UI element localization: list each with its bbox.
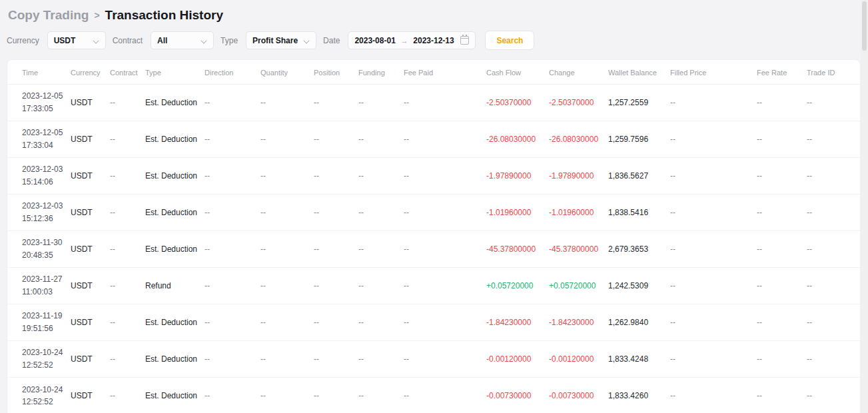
cell-quantity: -- — [260, 195, 314, 231]
cell-cash_flow: +0.05720000 — [486, 268, 549, 304]
contract-select[interactable]: All — [151, 31, 214, 49]
search-button[interactable]: Search — [485, 31, 534, 50]
cell-wallet_balance: 2,679.3653 — [608, 231, 670, 268]
cell-trade_id: -- — [807, 231, 860, 268]
cell-fee_paid: -- — [404, 304, 486, 341]
cell-currency: USDT — [71, 85, 110, 121]
cell-filled_price: -- — [670, 158, 757, 195]
table-header-row: TimeCurrencyContractTypeDirectionQuantit… — [7, 60, 860, 85]
cell-wallet_balance: 1,257.2559 — [608, 85, 670, 121]
cell-fee_rate: -- — [757, 158, 807, 195]
cell-funding: -- — [358, 85, 404, 121]
cell-contract: -- — [110, 341, 145, 378]
cell-quantity: -- — [260, 85, 314, 121]
cell-type: Est. Deduction — [145, 304, 205, 341]
cell-wallet_balance: 1,838.5416 — [608, 195, 670, 231]
column-header-contract: Contract — [110, 60, 145, 85]
cell-currency: USDT — [71, 268, 110, 304]
cell-cash_flow: -0.00730000 — [486, 378, 549, 413]
vertical-scrollbar[interactable] — [861, 0, 868, 413]
cell-change: -2.50370000 — [549, 85, 608, 121]
breadcrumb-parent-link[interactable]: Copy Trading — [8, 8, 89, 23]
cell-time: 2023-10-2412:52:52 — [7, 341, 71, 378]
cell-position: -- — [314, 378, 358, 413]
cell-change: -1.01960000 — [549, 195, 608, 231]
cell-filled_price: -- — [670, 85, 757, 121]
cell-filled_price: -- — [670, 304, 757, 341]
cell-change: +0.05720000 — [549, 268, 608, 304]
cell-cash_flow: -26.08030000 — [486, 121, 549, 158]
cell-direction: -- — [205, 268, 260, 304]
cell-currency: USDT — [71, 158, 110, 195]
cell-fee_rate: -- — [757, 378, 807, 413]
cell-fee_paid: -- — [404, 195, 486, 231]
cell-direction: -- — [205, 195, 260, 231]
calendar-icon[interactable] — [460, 36, 469, 45]
cell-change: -26.08030000 — [549, 121, 608, 158]
cell-wallet_balance: 1,259.7596 — [608, 121, 670, 158]
cell-type: Est. Deduction — [145, 121, 205, 158]
currency-select[interactable]: USDT — [47, 31, 106, 49]
contract-select-value: All — [157, 36, 167, 45]
chevron-down-icon — [201, 37, 207, 43]
cell-contract: -- — [110, 121, 145, 158]
cell-trade_id: -- — [807, 195, 860, 231]
table-row: 2023-11-1919:51:56USDT--Est. Deduction--… — [7, 304, 860, 341]
cell-type: Est. Deduction — [145, 195, 205, 231]
cell-quantity: -- — [260, 378, 314, 413]
cell-change: -0.00120000 — [549, 341, 608, 378]
cell-position: -- — [314, 121, 358, 158]
cell-fee_paid: -- — [404, 158, 486, 195]
cell-funding: -- — [358, 304, 404, 341]
column-header-cash_flow: Cash Flow — [486, 60, 549, 85]
cell-direction: -- — [205, 158, 260, 195]
date-filter-label: Date — [323, 36, 340, 45]
cell-funding: -- — [358, 378, 404, 413]
cell-fee_rate: -- — [757, 121, 807, 158]
scrollbar-thumb[interactable] — [862, 1, 867, 51]
cell-fee_rate: -- — [757, 304, 807, 341]
table-row: 2023-12-0315:14:06USDT--Est. Deduction--… — [7, 158, 860, 195]
cell-time: 2023-11-1919:51:56 — [7, 304, 71, 341]
date-start-value[interactable]: 2023-08-01 — [354, 36, 395, 45]
cell-wallet_balance: 1,833.4260 — [608, 378, 670, 413]
cell-funding: -- — [358, 341, 404, 378]
column-header-wallet_balance: Wallet Balance — [608, 60, 670, 85]
cell-time: 2023-12-0517:33:04 — [7, 121, 71, 158]
cell-cash_flow: -1.97890000 — [486, 158, 549, 195]
cell-type: Est. Deduction — [145, 85, 205, 121]
transaction-table-card: TimeCurrencyContractTypeDirectionQuantit… — [7, 59, 861, 413]
date-range-arrow-icon: → — [398, 37, 411, 45]
cell-position: -- — [314, 341, 358, 378]
type-filter-label: Type — [220, 36, 238, 45]
cell-fee_rate: -- — [757, 85, 807, 121]
cell-currency: USDT — [71, 231, 110, 268]
cell-fee_paid: -- — [404, 121, 486, 158]
cell-currency: USDT — [71, 378, 110, 413]
cell-wallet_balance: 1,836.5627 — [608, 158, 670, 195]
type-select[interactable]: Profit Share — [246, 31, 316, 49]
cell-funding: -- — [358, 268, 404, 304]
cell-direction: -- — [205, 378, 260, 413]
column-header-type: Type — [145, 60, 205, 85]
cell-filled_price: -- — [670, 231, 757, 268]
table-row: 2023-10-2412:52:52USDT--Est. Deduction--… — [7, 378, 860, 413]
contract-filter-label: Contract — [113, 36, 143, 45]
cell-funding: -- — [358, 195, 404, 231]
cell-currency: USDT — [71, 341, 110, 378]
cell-position: -- — [314, 231, 358, 268]
cell-fee_paid: -- — [404, 378, 486, 413]
cell-position: -- — [314, 85, 358, 121]
cell-direction: -- — [205, 121, 260, 158]
column-header-fee_paid: Fee Paid — [404, 60, 486, 85]
cell-position: -- — [314, 195, 358, 231]
date-range-picker[interactable]: 2023-08-01 → 2023-12-13 — [348, 31, 476, 49]
cell-contract: -- — [110, 195, 145, 231]
cell-trade_id: -- — [807, 378, 860, 413]
cell-contract: -- — [110, 158, 145, 195]
date-end-value[interactable]: 2023-12-13 — [413, 36, 454, 45]
table-row: 2023-10-2412:52:52USDT--Est. Deduction--… — [7, 341, 860, 378]
cell-quantity: -- — [260, 341, 314, 378]
cell-position: -- — [314, 158, 358, 195]
table-row: 2023-11-2711:00:03USDT--Refund----------… — [7, 268, 860, 304]
